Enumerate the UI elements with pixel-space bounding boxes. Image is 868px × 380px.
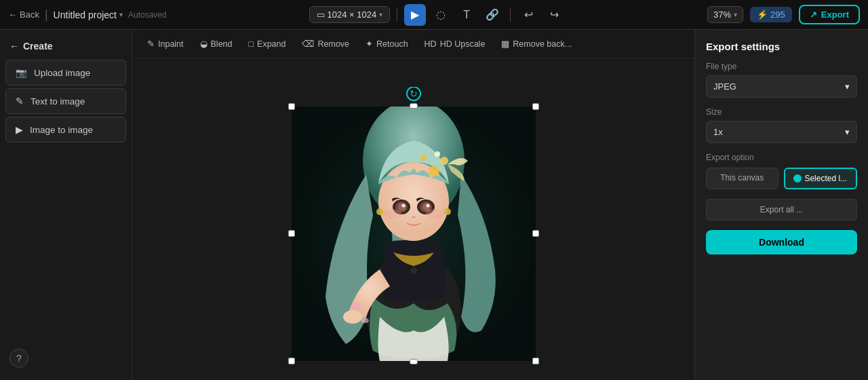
canvas-size-value: 1024 × 1024 [328, 10, 377, 20]
image-to-image-icon: ▶ [16, 124, 23, 135]
svg-point-13 [398, 203, 406, 211]
sidebar-item-image-to-image[interactable]: ▶ Image to image [5, 117, 126, 142]
export-panel-title: Export settings [706, 41, 857, 52]
separator: | [45, 7, 48, 22]
retouch-button[interactable]: ✦ Retouch [359, 35, 415, 52]
handle-middle-bottom[interactable] [410, 359, 418, 364]
rotate-handle[interactable]: ↻ [406, 87, 421, 101]
topbar: ← Back | Untitled project ▾ Autosaved ▭ … [0, 0, 868, 30]
zoom-value: 37% [713, 10, 731, 20]
canvas-image [292, 107, 536, 361]
canvas-area[interactable]: ↻ [132, 87, 694, 380]
zoom-button[interactable]: 37% ▾ [707, 6, 743, 23]
main-layout: ← Create 📷 Upload image ✎ Text to image … [0, 30, 868, 380]
toolbar: ✎ Inpaint ◒ Blend □ Expand ⌫ Remove ✦ Re… [132, 30, 694, 58]
text-tool-button[interactable]: T [456, 4, 477, 26]
topbar-right: 37% ▾ ⚡ 295 ↗ Export [707, 5, 860, 24]
link-tool-button[interactable]: 🔗 [481, 4, 503, 26]
lasso-tool-button[interactable]: ◌ [430, 4, 452, 26]
create-label: Create [23, 41, 53, 52]
expand-button[interactable]: □ Expand [242, 36, 293, 52]
handle-middle-left[interactable] [288, 230, 295, 237]
zoom-chevron: ▾ [734, 11, 737, 18]
credits-value: 295 [770, 10, 785, 20]
selected-radio-dot [793, 174, 802, 183]
export-option-label: Export option [706, 153, 857, 162]
svg-point-6 [440, 157, 448, 165]
svg-point-20 [444, 208, 451, 215]
canvas-background [292, 107, 536, 361]
export-option-section: Export option This canvas Selected l... [706, 153, 857, 189]
size-chevron: ▾ [845, 127, 850, 137]
handle-top-left[interactable] [288, 103, 295, 110]
create-back-icon: ← [9, 41, 19, 52]
remove-back-icon: ▩ [501, 39, 509, 49]
blend-label: Blend [211, 39, 233, 49]
file-type-label: File type [706, 62, 857, 71]
tool-divider-2 [510, 8, 511, 22]
remove-back-button[interactable]: ▩ Remove back... [494, 35, 578, 52]
retouch-label: Retouch [376, 39, 408, 49]
size-select[interactable]: 1x ▾ [706, 121, 857, 143]
svg-point-7 [420, 154, 427, 161]
topbar-center: ▭ 1024 × 1024 ▾ ▶ ◌ T 🔗 ↩ ↪ [309, 4, 566, 26]
canvas-size-chevron: ▾ [379, 11, 382, 18]
download-button[interactable]: Download [706, 230, 857, 254]
tool-divider-1 [397, 8, 397, 22]
export-button[interactable]: ↗ Export [799, 5, 860, 24]
this-canvas-label: This canvas [720, 173, 764, 183]
retouch-icon: ✦ [366, 39, 373, 49]
remove-icon: ⌫ [302, 39, 314, 49]
topbar-left: ← Back | Untitled project ▾ Autosaved [8, 7, 167, 22]
sidebar-bottom: ? [0, 342, 132, 375]
credits-button[interactable]: ⚡ 295 [750, 7, 792, 22]
project-title[interactable]: Untitled project ▾ [54, 10, 123, 20]
svg-point-5 [429, 166, 439, 176]
lightning-icon: ⚡ [757, 10, 768, 20]
file-type-section: File type JPEG ▾ [706, 62, 857, 98]
text-to-image-label: Text to image [31, 96, 85, 107]
back-button[interactable]: ← Back [8, 10, 39, 20]
handle-bottom-right[interactable] [532, 358, 539, 364]
size-section: Size 1x ▾ [706, 107, 857, 143]
undo-button[interactable]: ↩ [517, 4, 539, 26]
hd-upscale-icon: HD [425, 39, 437, 49]
expand-icon: □ [249, 39, 254, 49]
select-tool-button[interactable]: ▶ [404, 4, 426, 26]
back-label: Back [20, 10, 39, 20]
sidebar-item-text-to-image[interactable]: ✎ Text to image [5, 88, 126, 114]
selected-layer-button[interactable]: Selected l... [784, 168, 858, 189]
handle-top-right[interactable] [532, 103, 539, 110]
size-label: Size [706, 107, 857, 117]
inpaint-icon: ✎ [147, 39, 155, 49]
file-type-value: JPEG [713, 81, 736, 92]
inpaint-button[interactable]: ✎ Inpaint [140, 35, 191, 52]
blend-button[interactable]: ◒ Blend [193, 35, 239, 52]
text-to-image-icon: ✎ [16, 96, 24, 107]
svg-point-18 [426, 209, 445, 218]
handle-bottom-left[interactable] [288, 358, 295, 364]
canvas-wrapper: ✎ Inpaint ◒ Blend □ Expand ⌫ Remove ✦ Re… [132, 30, 694, 380]
canvas-container: ↻ [292, 107, 536, 361]
handle-middle-right[interactable] [532, 230, 539, 237]
hd-upscale-button[interactable]: HD HD Upscale [418, 36, 492, 52]
remove-button[interactable]: ⌫ Remove [295, 35, 356, 52]
canvas-size-button[interactable]: ▭ 1024 × 1024 ▾ [309, 6, 391, 23]
sidebar-item-upload-image[interactable]: 📷 Upload image [5, 60, 126, 86]
handle-middle-top[interactable] [410, 103, 418, 109]
svg-point-15 [401, 204, 405, 207]
image-to-image-label: Image to image [30, 125, 93, 135]
redo-button[interactable]: ↪ [543, 4, 565, 26]
expand-label: Expand [257, 39, 285, 49]
canvas-size-icon: ▭ [317, 10, 325, 20]
svg-point-8 [435, 151, 440, 157]
file-type-select[interactable]: JPEG ▾ [706, 75, 857, 98]
inpaint-label: Inpaint [158, 39, 184, 49]
character-svg [292, 107, 536, 361]
svg-point-16 [426, 204, 429, 207]
export-all-button[interactable]: Export all ... [706, 199, 857, 221]
this-canvas-button[interactable]: This canvas [706, 168, 778, 189]
help-button[interactable]: ? [9, 349, 28, 368]
upload-image-icon: 📷 [16, 67, 27, 78]
export-icon: ↗ [810, 10, 817, 20]
